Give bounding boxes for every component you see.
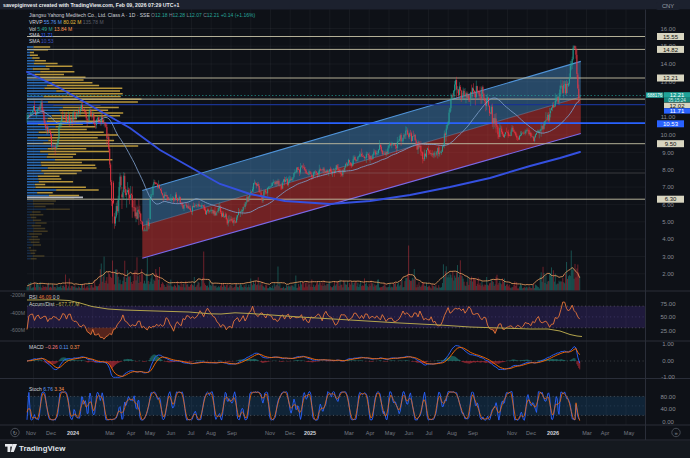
svg-text:Jul: Jul xyxy=(425,430,432,436)
svg-text:Nov: Nov xyxy=(265,430,275,436)
svg-text:-1.00: -1.00 xyxy=(661,374,675,380)
svg-text:Apr: Apr xyxy=(366,430,375,436)
svg-text:6.30: 6.30 xyxy=(665,196,677,202)
svg-text:Sep: Sep xyxy=(227,430,237,436)
svg-text:Dec: Dec xyxy=(285,430,295,436)
svg-text:0.00: 0.00 xyxy=(662,419,674,425)
svg-text:2025: 2025 xyxy=(304,430,316,436)
svg-text:Jiangsu Yahong Meditech Co., L: Jiangsu Yahong Meditech Co., Ltd. Class … xyxy=(29,12,255,18)
svg-text:Aug: Aug xyxy=(447,430,457,436)
svg-text:Apr: Apr xyxy=(601,430,610,436)
svg-text:Dec: Dec xyxy=(46,430,56,436)
svg-text:10.53: 10.53 xyxy=(663,121,679,127)
svg-text:SMA 10.53: SMA 10.53 xyxy=(29,38,54,44)
svg-text:8.00: 8.00 xyxy=(662,167,674,173)
svg-text:May: May xyxy=(385,430,396,436)
svg-text:Jul: Jul xyxy=(187,430,194,436)
svg-text:4.00: 4.00 xyxy=(662,236,674,242)
svg-text:50.00: 50.00 xyxy=(660,314,676,320)
svg-text:7.00: 7.00 xyxy=(662,184,674,190)
svg-text:Sep: Sep xyxy=(468,430,478,436)
svg-text:40.00: 40.00 xyxy=(660,406,676,412)
svg-text:MACD −0.26 0.11 0.37: MACD −0.26 0.11 0.37 xyxy=(29,344,80,350)
svg-text:Aug: Aug xyxy=(206,430,216,436)
svg-text:1.00: 1.00 xyxy=(662,341,674,347)
svg-text:15.55: 15.55 xyxy=(663,34,679,40)
svg-text:5.00: 5.00 xyxy=(662,219,674,225)
svg-text:-200M: -200M xyxy=(10,292,25,298)
svg-text:VRVP 55.76 M 80.02 M 135.78 M: VRVP 55.76 M 80.02 M 135.78 M xyxy=(29,19,104,25)
svg-text:-600M: -600M xyxy=(10,327,25,333)
svg-text:Mar: Mar xyxy=(582,430,592,436)
svg-text:2024: 2024 xyxy=(67,430,80,436)
svg-text:savepiginvest created with Tra: savepiginvest created with TradingView.c… xyxy=(3,2,179,8)
svg-text:Stoch 6.76 3.34: Stoch 6.76 3.34 xyxy=(29,386,64,392)
svg-text:25.00: 25.00 xyxy=(660,328,676,334)
svg-text:Nov: Nov xyxy=(26,430,36,436)
svg-text:Apr: Apr xyxy=(127,430,136,436)
svg-text:SMA 11.71: SMA 11.71 xyxy=(29,32,53,38)
svg-text:16.00: 16.00 xyxy=(660,26,676,32)
svg-text:Mar: Mar xyxy=(105,430,115,436)
svg-text:11.00: 11.00 xyxy=(661,114,676,120)
svg-text:10.00: 10.00 xyxy=(660,132,676,138)
svg-text:0.00: 0.00 xyxy=(662,358,674,364)
svg-text:3.00: 3.00 xyxy=(662,254,674,260)
svg-text:9.50: 9.50 xyxy=(665,141,677,147)
svg-text:14.00: 14.00 xyxy=(660,61,676,67)
svg-text:14.82: 14.82 xyxy=(663,47,679,53)
svg-text:Jun: Jun xyxy=(167,430,176,436)
svg-text:Nov: Nov xyxy=(507,430,517,436)
svg-text:75.00: 75.00 xyxy=(660,301,676,307)
svg-text:Mar: Mar xyxy=(344,430,354,436)
svg-text:RSI 46.09 0 0: RSI 46.09 0 0 xyxy=(29,294,60,300)
svg-text:CNY: CNY xyxy=(662,3,674,9)
svg-text:688176: 688176 xyxy=(647,93,663,98)
svg-text:Vol 5.49 M 13.84 M: Vol 5.49 M 13.84 M xyxy=(29,26,72,32)
svg-text:May: May xyxy=(624,430,635,436)
svg-text:9.00: 9.00 xyxy=(662,150,674,156)
svg-text:13.21: 13.21 xyxy=(663,75,679,81)
svg-text:»: » xyxy=(674,430,677,436)
svg-text:↻: ↻ xyxy=(13,430,18,436)
svg-text:Jun: Jun xyxy=(405,430,414,436)
svg-text:Dec: Dec xyxy=(526,430,536,436)
svg-text:May: May xyxy=(145,430,156,436)
svg-text:-400M: -400M xyxy=(10,310,25,316)
svg-text:2.00: 2.00 xyxy=(662,271,674,277)
svg-text:11.71: 11.71 xyxy=(670,108,685,114)
svg-text:TradingView: TradingView xyxy=(19,444,66,453)
svg-text:Accum/Dist −677.77 M: Accum/Dist −677.77 M xyxy=(29,301,79,307)
svg-text:2026: 2026 xyxy=(547,430,559,436)
svg-text:80.00: 80.00 xyxy=(660,394,676,400)
